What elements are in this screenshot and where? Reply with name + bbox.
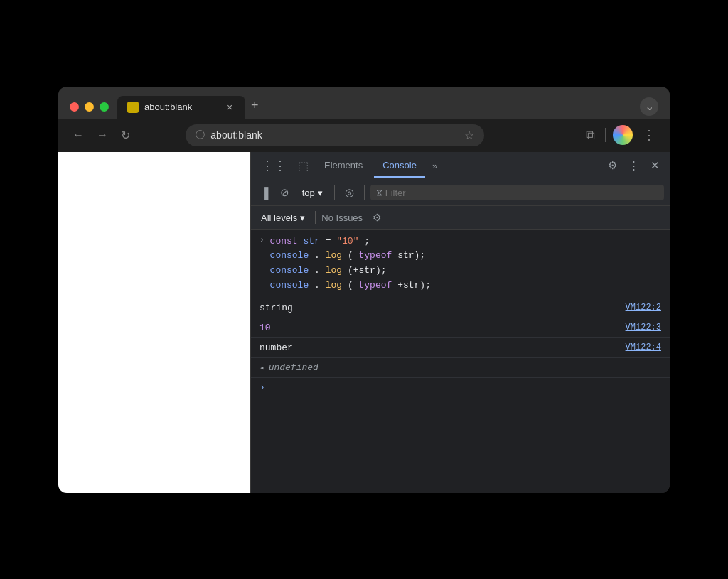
issues-gear-icon[interactable]: ⚙ (373, 212, 382, 223)
devtools-actions: ⚙ ⋮ ✕ (604, 155, 664, 176)
console-context-selector[interactable]: top ▾ (296, 185, 328, 200)
no-issues-label: No Issues (321, 212, 363, 223)
console-output: › const str = "10" ; console . (251, 230, 670, 493)
title-bar: about:blank × + ⌄ (58, 87, 670, 119)
filter-bar[interactable]: ⧖ (370, 185, 664, 200)
maximize-button[interactable] (100, 102, 109, 112)
console-clear-button[interactable]: ⊘ (276, 183, 294, 202)
browser-window: about:blank × + ⌄ ← → ↻ ⓘ about:blank ☆ … (58, 87, 670, 493)
console-levels-bar: All levels ▾ No Issues ⚙ (251, 206, 670, 230)
profile-button[interactable] (613, 125, 633, 145)
toolbar-divider (334, 185, 335, 200)
console-sidebar-button[interactable]: ▐ (257, 184, 273, 202)
prompt-icon[interactable]: › (259, 382, 265, 393)
filter-input[interactable] (385, 188, 658, 198)
expand-toggle[interactable]: › (259, 236, 264, 244)
devtools-tab-bar: ⋮⋮ ⬚ Elements Console » ⚙ ⋮ ✕ (251, 152, 670, 180)
levels-label: All levels (261, 212, 297, 223)
console-result-10: 10 VM122:3 (251, 318, 670, 338)
code-line-1: const str = "10" ; (270, 234, 661, 249)
minimize-button[interactable] (85, 102, 94, 112)
console-prompt-row: › (251, 378, 670, 397)
result-value-number: number (259, 342, 293, 353)
log-levels-selector[interactable]: All levels ▾ (257, 211, 309, 224)
info-icon: ⓘ (196, 129, 205, 141)
code-line-4: console . log ( typeof +str); (270, 278, 661, 293)
result-link-2[interactable]: VM122:3 (626, 323, 661, 332)
result-value-10: 10 (259, 323, 271, 333)
new-tab-button[interactable]: + (245, 95, 264, 116)
levels-divider (315, 211, 316, 224)
nav-divider (605, 128, 606, 142)
console-result-number: number VM122:4 (251, 338, 670, 358)
nav-bar: ← → ↻ ⓘ about:blank ☆ ⧉ ⋮ (58, 119, 670, 152)
undefined-label: undefined (269, 362, 318, 373)
address-bar[interactable]: ⓘ about:blank ☆ (186, 124, 484, 146)
tab-dropdown-button[interactable]: ⌄ (640, 97, 658, 116)
back-button[interactable]: ← (70, 126, 87, 144)
context-label: top (302, 188, 315, 198)
devtools-settings-button[interactable]: ⚙ (604, 155, 621, 176)
levels-arrow: ▾ (300, 212, 305, 223)
address-text: about:blank (210, 129, 459, 141)
tab-close-button[interactable]: × (224, 102, 235, 113)
console-result-string: string VM122:2 (251, 298, 670, 318)
toolbar-divider2 (364, 185, 365, 200)
console-eye-button[interactable]: ◎ (341, 183, 358, 202)
devtools-more-button[interactable]: ⋮ (624, 155, 643, 176)
tab-more-button[interactable]: » (428, 156, 441, 175)
devtools-panel: ⋮⋮ ⬚ Elements Console » ⚙ ⋮ ✕ ▐ ⊘ top ▾ (250, 152, 670, 493)
bookmark-icon[interactable]: ☆ (464, 129, 474, 142)
extensions-icon[interactable]: ⧉ (583, 125, 598, 146)
undefined-arrow-icon: ◂ (259, 363, 264, 372)
reload-button[interactable]: ↻ (118, 126, 133, 145)
devtools-select-icon[interactable]: ⋮⋮ (257, 153, 291, 178)
console-toolbar: ▐ ⊘ top ▾ ◎ ⧖ (251, 180, 670, 206)
page-area (58, 152, 250, 493)
main-content: ⋮⋮ ⬚ Elements Console » ⚙ ⋮ ✕ ▐ ⊘ top ▾ (58, 152, 670, 493)
result-link-3[interactable]: VM122:4 (626, 342, 661, 352)
tab-title: about:blank (144, 102, 218, 112)
context-arrow: ▾ (318, 188, 323, 198)
more-menu-button[interactable]: ⋮ (640, 124, 658, 146)
console-undefined-row: ◂ undefined (251, 358, 670, 378)
result-value-string: string (259, 303, 293, 313)
tab-elements[interactable]: Elements (316, 154, 371, 178)
console-code-block: const str = "10" ; console . log ( (270, 234, 661, 293)
tab-favicon (127, 102, 139, 113)
code-line-2: console . log ( typeof str); (270, 249, 661, 264)
tab-bar: about:blank × + ⌄ (117, 95, 658, 119)
forward-button[interactable]: → (94, 126, 111, 144)
active-tab[interactable]: about:blank × (117, 96, 245, 119)
chevron-down-icon: ⌄ (645, 99, 654, 113)
tab-console[interactable]: Console (374, 154, 425, 178)
devtools-inspect-icon[interactable]: ⬚ (294, 155, 313, 177)
filter-icon: ⧖ (376, 187, 382, 198)
traffic-lights (70, 102, 109, 112)
devtools-close-button[interactable]: ✕ (646, 155, 664, 176)
result-link-1[interactable]: VM122:2 (626, 303, 661, 313)
close-button[interactable] (70, 102, 79, 112)
code-line-3: console . log (+str); (270, 264, 661, 278)
nav-actions: ⧉ ⋮ (583, 124, 658, 146)
console-code-entry: › const str = "10" ; console . (251, 230, 670, 298)
